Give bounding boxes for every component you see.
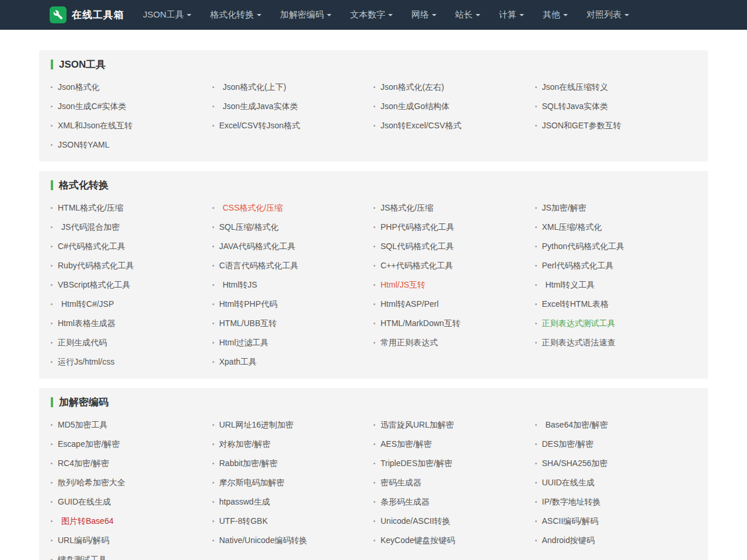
tool-link[interactable]: Html转PHP代码 [212,295,374,314]
tool-link[interactable]: Python代码格式化工具 [535,237,697,256]
nav-menu: JSON工具 格式化转换 加解密编码 文本数字 网络 站长 计算 [134,1,638,29]
bullet-icon [374,520,375,522]
tool-link[interactable]: htpasswd生成 [212,492,374,512]
tool-link[interactable]: Html转JS [212,275,374,295]
tool-link[interactable]: JS代码混合加密 [51,218,212,237]
tool-link[interactable]: 散列/哈希加密大全 [51,473,212,492]
tool-link[interactable]: IP/数字地址转换 [535,492,697,512]
tool-link[interactable]: GUID在线生成 [51,492,212,512]
tool-link[interactable]: 正则生成代码 [51,333,212,352]
tool-link[interactable]: Excel转HTML表格 [535,295,697,314]
tool-link[interactable]: C#代码格式化工具 [51,237,212,256]
tool-link[interactable]: Json生成Java实体类 [212,97,374,116]
tool-link[interactable]: 运行Js/html/css [51,352,212,372]
tool-link[interactable]: Html过滤工具 [212,333,374,352]
tool-link[interactable]: SHA/SHA256加密 [535,454,697,473]
tool-link[interactable]: Json格式化(左右) [374,78,535,97]
tool-link[interactable]: Html/JS互转 [374,275,535,295]
tool-link[interactable]: C++代码格式化工具 [374,256,535,275]
tool-link-label: RC4加密/解密 [58,459,109,469]
tool-link[interactable]: JSON转YAML [51,135,212,155]
tool-link[interactable]: 条形码生成器 [374,492,535,512]
tool-link[interactable]: Xpath工具 [212,352,374,372]
tool-link[interactable]: AES加密/解密 [374,435,535,454]
tool-link[interactable]: Android按键码 [535,531,697,550]
nav-menu-item[interactable]: 加解密编码 [271,1,341,29]
tool-link[interactable]: 迅雷旋风URL加解密 [374,415,535,435]
tool-link[interactable]: Html表格生成器 [51,314,212,333]
tool-link[interactable]: UTF-8转GBK [212,512,374,531]
tool-link[interactable]: VBScript格式化工具 [51,275,212,295]
tool-link[interactable]: URL编码/解码 [51,531,212,550]
nav-menu-item[interactable]: JSON工具 [134,1,201,29]
tool-link[interactable]: 正则表达式测试工具 [535,314,697,333]
tool-link[interactable]: 对称加密/解密 [212,435,374,454]
tool-link[interactable]: ASCII编码/解码 [535,512,697,531]
tool-link[interactable]: HTML/MarkDown互转 [374,314,535,333]
tool-link[interactable]: Perl代码格式化工具 [535,256,697,275]
tool-link[interactable]: Unicode/ASCII转换 [374,512,535,531]
tool-link[interactable]: 正则表达式语法速查 [535,333,697,352]
tool-link-label: 正则生成代码 [58,338,107,348]
tool-link[interactable]: Json格式化(上下) [212,78,374,97]
brand[interactable]: 在线工具箱 [50,6,124,23]
tool-link[interactable]: Html转C#/JSP [51,295,212,314]
tool-link[interactable]: CSS格式化/压缩 [212,198,374,218]
tool-link[interactable]: Json生成Go结构体 [374,97,535,116]
tool-link[interactable]: Json格式化 [51,78,212,97]
tool-link[interactable]: Native/Unicode编码转换 [212,531,374,550]
tool-link[interactable]: Base64加密/解密 [535,415,697,435]
nav-menu-item[interactable]: 网络 [402,1,446,29]
tool-link[interactable]: Json转Excel/CSV格式 [374,116,535,135]
tool-link[interactable]: Rabbit加密/解密 [212,454,374,473]
tool-link[interactable]: SQL转Java实体类 [535,97,697,116]
tool-link[interactable]: 图片转Base64 [51,512,212,531]
nav-menu-item[interactable]: 其他 [533,1,577,29]
tool-link-label: SHA/SHA256加密 [542,459,608,469]
tool-link[interactable]: 键盘测试工具 [51,550,212,560]
nav-menu-item[interactable]: 站长 [446,1,490,29]
tool-link[interactable]: Ruby代码格式化工具 [51,256,212,275]
bullet-icon [51,284,53,286]
tool-link[interactable]: TripleDES加密/解密 [374,454,535,473]
tool-link[interactable]: Json在线压缩转义 [535,78,697,97]
tool-link[interactable]: Html转ASP/Perl [374,295,535,314]
tool-link[interactable]: Html转义工具 [535,275,697,295]
nav-menu-item[interactable]: 对照列表 [577,1,638,29]
tool-link[interactable]: KeyCode键盘按键码 [374,531,535,550]
tool-link[interactable]: JS格式化/压缩 [374,198,535,218]
tool-link[interactable]: JAVA代码格式化工具 [212,237,374,256]
tool-link[interactable]: UUID在线生成 [535,473,697,492]
tool-link[interactable]: 常用正则表达式 [374,333,535,352]
tool-link[interactable]: SQL压缩/格式化 [212,218,374,237]
nav-menu-item-label: 站长 [455,9,473,20]
bullet-icon [374,207,375,209]
tool-link[interactable]: PHP代码格式化工具 [374,218,535,237]
tool-link[interactable]: JSON和GET参数互转 [535,116,697,135]
tool-link-label: 正则表达式语法速查 [542,338,616,348]
tool-link[interactable]: C语言代码格式化工具 [212,256,374,275]
tool-link[interactable]: Escape加密/解密 [51,435,212,454]
tool-link[interactable]: SQL代码格式化工具 [374,237,535,256]
nav-menu-item[interactable]: 格式化转换 [201,1,271,29]
nav-menu-item-label: 网络 [411,9,429,20]
tool-link[interactable]: DES加密/解密 [535,435,697,454]
bullet-icon [51,361,53,363]
tool-link[interactable]: XML压缩/格式化 [535,218,697,237]
tool-link[interactable]: 摩尔斯电码加解密 [212,473,374,492]
tool-link[interactable]: 密码生成器 [374,473,535,492]
tool-link[interactable]: MD5加密工具 [51,415,212,435]
tool-link[interactable]: Json生成C#实体类 [51,97,212,116]
bullet-icon [374,265,375,267]
section-json-tools: JSON工具 Json格式化 Json格式化(上下) Json格式化(左右) J… [39,50,708,162]
nav-menu-item[interactable]: 计算 [490,1,533,29]
tool-link[interactable]: HTML/UBB互转 [212,314,374,333]
tool-link[interactable]: Excel/CSV转Json格式 [212,116,374,135]
tool-link[interactable]: JS加密/解密 [535,198,697,218]
tool-link[interactable]: XML和Json在线互转 [51,116,212,135]
tool-link[interactable]: HTML格式化/压缩 [51,198,212,218]
tool-link[interactable]: URL网址16进制加密 [212,415,374,435]
nav-menu-item[interactable]: 文本数字 [341,1,402,29]
tool-link[interactable]: RC4加密/解密 [51,454,212,473]
title-accent-bar [51,180,53,190]
